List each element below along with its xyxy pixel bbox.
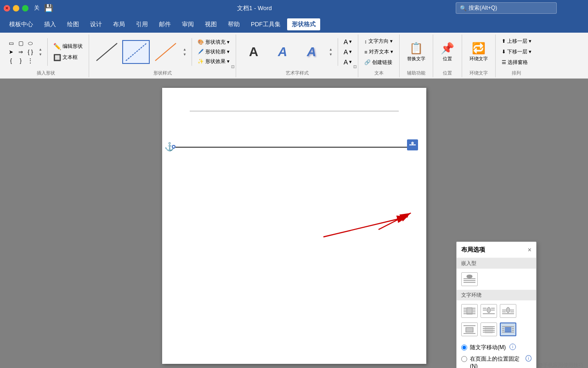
menu-item-insert[interactable]: 插入 [40,18,61,30]
text-direction-button[interactable]: ↕ 文字方向 ▾ [362,37,395,46]
svg-rect-37 [502,330,504,331]
art-text-sample-1[interactable]: A [240,38,267,66]
style-diagonal-accent[interactable] [152,40,179,64]
layout-icon-top-bottom[interactable] [461,322,478,336]
close-window-button[interactable]: ✕ [4,5,10,12]
shape-outline-button[interactable]: 🖊️ 形状轮廓 ▾ [195,47,232,56]
fill-dropdown-icon[interactable]: ▾ [227,39,230,45]
edit-shape-button[interactable]: ✏️ 编辑形状 [51,42,85,51]
text-effect-dropdown-icon[interactable]: ▾ [349,59,352,65]
layout-icon-behind-text[interactable] [481,322,497,336]
save-icon-area: 💾 [44,4,53,12]
art-styles-group-label: 艺术字样式 [286,68,309,76]
menu-item-mailings[interactable]: 邮件 [154,18,175,30]
text-fill-button[interactable]: A ▾ [341,37,354,46]
effect-dropdown-icon[interactable]: ▾ [227,58,230,64]
replace-text-button[interactable]: 📋 替换文字 [403,40,429,64]
block-arrow-shape[interactable]: ⇒ [16,48,25,56]
radio-move-info-icon[interactable]: i [509,344,516,350]
down-layer-dropdown-icon[interactable]: ▾ [529,49,531,55]
shape-edit-buttons: ✏️ 编辑形状 🔲 文本框 [51,42,85,62]
layout-icon-through[interactable] [500,304,516,318]
layout-icon-inline[interactable] [461,272,478,286]
radio-fixed-info-icon[interactable]: i [526,355,531,362]
style-diagonal-line[interactable] [93,40,120,64]
oval-shape[interactable]: ⬭ [26,39,35,47]
text-outline-button[interactable]: A ▾ [341,47,354,57]
fill-icon: 🎨 [198,39,204,45]
menu-item-template[interactable]: 模板中心 [5,18,38,30]
rect-shape[interactable]: ▭ [6,39,16,47]
menu-item-references[interactable]: 引用 [131,18,153,30]
art-styles-expand-icon[interactable]: ⊡ [353,64,357,69]
menu-item-help[interactable]: 帮助 [223,18,244,30]
minimize-window-button[interactable] [13,5,19,12]
more-shapes[interactable]: { } [26,48,35,56]
shape-fill-button[interactable]: 🎨 形状填充 ▾ [195,38,232,46]
svg-line-1 [126,43,147,61]
ribbon-group-shape-styles: ▲ ▼ 🎨 形状填充 ▾ 🖊️ 形状轮廓 ▾ ✨ 形状效果 ▾ [89,34,236,77]
styles-scroll[interactable]: ▲ ▼ [181,47,188,57]
menu-item-design[interactable]: 设计 [85,18,107,30]
maximize-window-button[interactable] [22,5,28,12]
ribbon: ▭ ▢ ⬭ ➤ ⇒ { } { } ⋮ ▲ ▼ [0,33,588,79]
document-wrapper: ⚓ [0,79,588,368]
text-dir-dropdown-icon[interactable]: ▾ [390,38,393,44]
shape-styles-expand-icon[interactable]: ⊡ [231,64,235,69]
radio-fixed-position[interactable] [461,356,467,362]
menu-item-review[interactable]: 审阅 [177,18,198,30]
up-layer-button[interactable]: ⬆ 上移一层 ▾ [499,37,534,46]
text-outline-dropdown-icon[interactable]: ▾ [349,49,352,55]
textbox-button[interactable]: 🔲 文本框 [51,53,85,62]
menu-item-layout[interactable]: 布局 [108,18,130,30]
text-group-label: 文本 [374,68,384,76]
layout-icon-square[interactable] [461,304,478,318]
layout-popup-header: 布局选项 × [457,242,536,258]
rounded-rect-shape[interactable]: ▢ [16,39,25,47]
wrap-text-icon: 🔁 [472,42,486,55]
arrow-shape[interactable]: ➤ [6,48,16,56]
radio-move-with-text[interactable] [461,345,467,351]
text-effect-button[interactable]: A ▾ [341,58,354,67]
art-text-sample-2[interactable]: A [269,38,296,66]
aux-group-label: 辅助功能 [407,68,425,76]
outline-dropdown-icon[interactable]: ▾ [227,49,230,55]
position-button[interactable]: 📌 位置 [437,40,458,64]
layout-icon-front-text[interactable] [500,322,516,336]
up-layer-label: 上移一层 [507,38,527,45]
pentagon-shape[interactable]: { [6,57,16,65]
layout-icon-tight[interactable] [481,304,497,318]
selected-line-shape[interactable] [175,147,413,148]
menu-item-pdf[interactable]: PDF工具集 [246,18,285,30]
save-icon[interactable]: 💾 [44,4,53,12]
menu-item-shape-format[interactable]: 形状格式 [287,18,320,30]
create-link-button[interactable]: 🔗 创建链接 [362,58,395,67]
shapes-scroll[interactable]: ▲ ▼ [37,47,44,57]
radio-row-fixed-position: 在页面上的位置固定(N) i [461,355,531,368]
up-layer-dropdown-icon[interactable]: ▾ [529,38,531,44]
handle-left[interactable] [172,145,175,149]
art-styles-scroll[interactable]: ▲ ▼ [327,47,334,57]
art-text-sample-3[interactable]: A [298,38,325,66]
menu-item-draw[interactable]: 绘图 [62,18,84,30]
align-dropdown-icon[interactable]: ▾ [390,49,393,55]
layout-options-trigger-button[interactable] [407,139,418,150]
outline-label: 形状轮廓 [205,48,226,55]
down-layer-label: 下移一层 [507,48,527,55]
layout-radio-section: 随文字移动(M) i 在页面上的位置固定(N) i [457,340,536,368]
menu-item-view[interactable]: 视图 [200,18,221,30]
style-diagonal-selected[interactable] [122,40,150,64]
svg-rect-9 [464,308,466,309]
select-pane-button[interactable]: ☰ 选择窗格 [499,58,534,67]
wrap-text-button[interactable]: 🔁 环绕文字 [466,40,492,64]
chevron-shape[interactable]: ⋮ [26,57,35,65]
svg-rect-19 [491,310,495,310]
hexagon-shape[interactable]: } [16,57,25,65]
layout-popup-close-button[interactable]: × [528,246,531,253]
text-fill-dropdown-icon[interactable]: ▾ [349,39,352,45]
shape-effect-button[interactable]: ✨ 形状效果 ▾ [195,57,232,66]
down-layer-button[interactable]: ⬇ 下移一层 ▾ [499,47,534,56]
svg-rect-36 [512,328,514,329]
align-text-button[interactable]: ≡ 对齐文本 ▾ [362,47,395,56]
search-box[interactable]: 🔍 搜索(Alt+Q) [456,2,557,14]
